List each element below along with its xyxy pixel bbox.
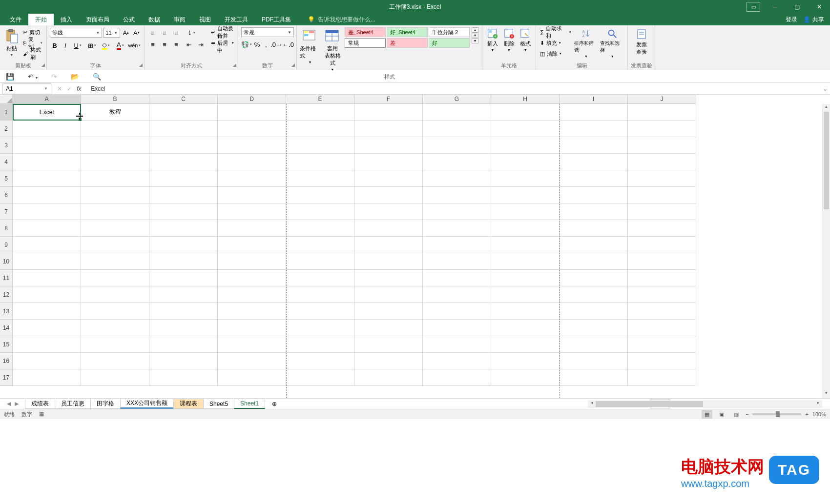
cell[interactable] — [13, 220, 81, 237]
cell[interactable] — [423, 137, 491, 154]
tell-me[interactable]: 💡 告诉我您想要做什么... — [308, 14, 375, 25]
align-middle-icon[interactable]: ≡ — [159, 27, 170, 38]
cell[interactable] — [423, 187, 491, 203]
cell[interactable] — [628, 203, 696, 220]
sheet-prev-icon[interactable]: ◀ — [7, 401, 11, 407]
fx-icon[interactable]: fx — [77, 85, 81, 92]
horizontal-scrollbar[interactable]: ◂ ▸ — [588, 400, 822, 408]
cell[interactable] — [149, 121, 218, 137]
column-header[interactable]: J — [628, 95, 696, 104]
delete-cells-button[interactable]: × 删除▼ — [502, 27, 517, 52]
cell[interactable] — [628, 104, 696, 121]
cell[interactable] — [423, 104, 491, 121]
cell[interactable] — [491, 353, 560, 369]
cell[interactable] — [491, 237, 560, 253]
column-header[interactable]: D — [218, 95, 286, 104]
cell[interactable] — [286, 286, 354, 303]
zoom-level[interactable]: 100% — [812, 411, 826, 417]
cell[interactable] — [13, 336, 81, 353]
normal-view-icon[interactable]: ▦ — [702, 410, 712, 419]
increase-font-icon[interactable]: A▴ — [121, 27, 130, 38]
cell[interactable] — [354, 237, 423, 253]
clear-button[interactable]: ◫清除▾ — [539, 49, 572, 59]
cell[interactable] — [218, 121, 286, 137]
cell[interactable] — [628, 253, 696, 270]
cell[interactable] — [560, 104, 628, 121]
tab-data[interactable]: 数据 — [142, 14, 167, 25]
cell[interactable] — [354, 369, 423, 386]
login-link[interactable]: 登录 — [786, 16, 797, 24]
cell[interactable] — [13, 303, 81, 320]
italic-button[interactable]: I — [61, 40, 70, 51]
cell[interactable] — [218, 154, 286, 170]
row-header[interactable]: 3 — [0, 137, 13, 154]
cell[interactable] — [218, 353, 286, 369]
scroll-down-icon[interactable]: ▾ — [823, 390, 830, 398]
cell[interactable] — [13, 369, 81, 386]
row-header[interactable]: 14 — [0, 320, 13, 336]
style-item[interactable]: 差 — [387, 38, 428, 48]
align-center-icon[interactable]: ≡ — [159, 39, 170, 50]
undo-icon[interactable]: ↶ ▾ — [28, 73, 38, 81]
cell[interactable] — [354, 336, 423, 353]
accounting-format-icon[interactable]: 💱▾ — [241, 39, 252, 50]
cell[interactable] — [560, 137, 628, 154]
increase-indent-icon[interactable]: ⇥ — [195, 39, 206, 50]
sheet-next-icon[interactable]: ▶ — [15, 401, 19, 407]
new-sheet-button[interactable]: ⊕ — [269, 399, 280, 409]
cell[interactable] — [628, 237, 696, 253]
formula-input[interactable]: Excel — [87, 85, 820, 92]
cell[interactable] — [81, 237, 149, 253]
cell[interactable] — [218, 187, 286, 203]
align-bottom-icon[interactable]: ≡ — [171, 27, 182, 38]
cell[interactable] — [423, 336, 491, 353]
cell[interactable] — [218, 170, 286, 187]
underline-button[interactable]: U▾ — [71, 40, 84, 51]
cell[interactable] — [491, 220, 560, 237]
cell[interactable] — [218, 369, 286, 386]
cell[interactable] — [218, 336, 286, 353]
column-header[interactable]: A — [13, 95, 81, 104]
cell[interactable] — [149, 137, 218, 154]
cell[interactable] — [81, 121, 149, 137]
format-cells-button[interactable]: 格式▼ — [518, 27, 533, 52]
cell[interactable] — [354, 137, 423, 154]
sheet-tab[interactable]: 田字格 — [90, 399, 121, 409]
cancel-formula-icon[interactable]: ✕ — [57, 85, 62, 92]
cell[interactable] — [13, 154, 81, 170]
cell[interactable] — [286, 170, 354, 187]
cell[interactable] — [286, 270, 354, 286]
cell[interactable] — [423, 170, 491, 187]
page-break-view-icon[interactable]: ▥ — [731, 410, 742, 419]
cell[interactable] — [491, 137, 560, 154]
redo-icon[interactable]: ↷ — [51, 73, 57, 81]
format-painter-button[interactable]: 🖌格式刷 — [22, 49, 43, 59]
cell[interactable] — [218, 137, 286, 154]
cell[interactable] — [423, 121, 491, 137]
column-header[interactable]: E — [286, 95, 354, 104]
hscroll-thumb[interactable] — [596, 401, 703, 407]
cells-area[interactable]: Excel教程 — [13, 104, 822, 398]
cell[interactable] — [491, 286, 560, 303]
tab-review[interactable]: 审阅 — [167, 14, 192, 25]
cell[interactable] — [13, 237, 81, 253]
align-right-icon[interactable]: ≡ — [171, 39, 182, 50]
cell[interactable] — [560, 336, 628, 353]
cell[interactable] — [149, 154, 218, 170]
cell[interactable] — [423, 154, 491, 170]
style-item[interactable]: 常规 — [345, 38, 386, 48]
cell[interactable] — [81, 137, 149, 154]
invoice-check-button[interactable]: 发票 查验 — [631, 27, 652, 56]
dialog-launcher-icon[interactable]: ◢ — [291, 62, 295, 67]
cell[interactable] — [149, 303, 218, 320]
dialog-launcher-icon[interactable]: ◢ — [139, 62, 143, 67]
worksheet-grid[interactable]: ABCDEFGHIJ 1234567891011121314151617 Exc… — [0, 95, 830, 398]
row-header[interactable]: 9 — [0, 237, 13, 253]
cell[interactable] — [560, 220, 628, 237]
percent-icon[interactable]: % — [253, 39, 261, 50]
cell[interactable] — [628, 137, 696, 154]
dialog-launcher-icon[interactable]: ◢ — [42, 62, 45, 67]
cell[interactable] — [354, 320, 423, 336]
cell[interactable] — [149, 286, 218, 303]
cell[interactable] — [286, 104, 354, 121]
